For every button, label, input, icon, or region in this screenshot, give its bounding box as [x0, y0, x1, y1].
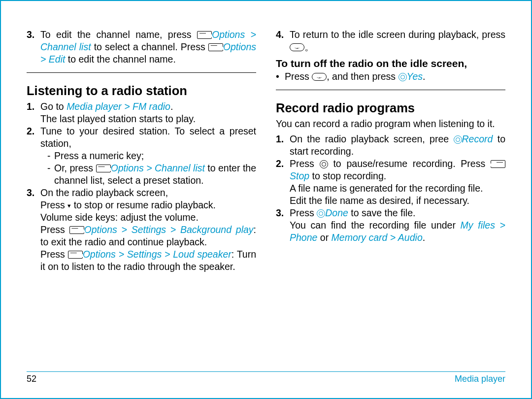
turnoff-bullet: • Press , and then press Yes.	[276, 70, 505, 83]
text: Press	[285, 71, 312, 82]
text: On the radio playback screen, pree	[290, 133, 454, 144]
text: .	[423, 232, 425, 243]
path-bg-play: Options > Settings > Background play	[84, 224, 254, 235]
heading-record: Record radio programs	[276, 100, 505, 116]
sub-numeric-key: Press a numeric key;	[54, 150, 256, 162]
page-columns: 3. To edit the channel name, press Optio…	[27, 29, 505, 273]
text: to edit the channel name.	[65, 54, 175, 65]
text: or	[317, 232, 331, 243]
listen-step-3: 3. On the radio playback screen, Press ▾…	[27, 187, 256, 273]
text: 。	[304, 41, 314, 52]
softkey-icon	[69, 226, 84, 234]
ring-key-icon	[320, 160, 328, 168]
text: to select a channel. Press	[91, 41, 208, 52]
softkey-right-icon	[491, 160, 505, 168]
path-memory-audio: Memory card > Audio	[332, 232, 423, 243]
heading-turnoff: To turn off the radio on the idle screen…	[276, 57, 505, 70]
text: to pause/resume recording. Press	[328, 158, 491, 169]
divider	[276, 90, 505, 90]
ring-key-icon	[317, 209, 325, 218]
text: Press	[40, 200, 67, 210]
text: A file name is generated for the recordi…	[290, 183, 483, 194]
text: Press	[290, 207, 317, 218]
page-number: 52	[27, 374, 36, 384]
record-step-1: 1. On the radio playback screen, pree Re…	[276, 133, 505, 158]
label-done: Done	[325, 207, 348, 218]
softkey-icon	[197, 31, 212, 39]
hangup-key-icon	[290, 43, 304, 51]
text: Edit the file name as desired, if necess…	[290, 195, 469, 206]
text: to save the file.	[348, 207, 416, 218]
path-media-fm: Media player > FM radio	[66, 101, 170, 112]
label-record: Record	[462, 133, 493, 144]
text: .	[423, 71, 425, 82]
text: On the radio playback screen,	[40, 187, 168, 198]
path-options-channel: Options > Channel list	[111, 163, 205, 173]
text: Or, press	[54, 163, 96, 173]
heading-listening: Listening to a radio station	[27, 83, 256, 99]
text: to stop or resume radio playback.	[71, 200, 216, 210]
ring-key-icon	[454, 135, 462, 144]
text: to stop recording.	[309, 170, 386, 181]
text: Tune to your desired station. To select …	[40, 125, 256, 150]
listen-step-2: 2. Tune to your desired station. To sele…	[27, 125, 256, 187]
text: Go to	[40, 101, 66, 112]
left-column: 3. To edit the channel name, press Optio…	[27, 29, 256, 273]
record-step-2: 2. Press to pause/resume recording. Pres…	[276, 158, 505, 207]
label-yes: Yes	[407, 71, 423, 82]
softkey-icon	[208, 43, 223, 51]
record-intro: You can record a radio program when list…	[276, 118, 505, 130]
step-3-edit-channel: 3. To edit the channel name, press Optio…	[27, 29, 256, 66]
text: Volume side keys: adjust the volume.	[40, 212, 199, 223]
right-column: 4. To return to the idle screen during p…	[276, 29, 505, 273]
softkey-icon	[68, 251, 83, 259]
text: To edit the channel name, press	[40, 29, 197, 40]
text: Press	[40, 224, 69, 235]
path-loud-speaker: Options > Settings > Loud speaker	[83, 249, 232, 260]
text: You can find the recording file under	[290, 220, 461, 231]
record-step-3: 3. Press Done to save the file. You can …	[276, 207, 505, 244]
section-name: Media player	[455, 374, 505, 384]
text: .	[170, 101, 173, 112]
label-stop: Stop	[290, 170, 309, 181]
text: Press	[290, 158, 320, 169]
page-footer: 52 Media player	[27, 371, 505, 384]
divider	[27, 72, 256, 73]
step-4-return-idle: 4. To return to the idle screen during p…	[276, 29, 505, 53]
ring-key-icon	[399, 73, 407, 81]
hangup-key-icon	[312, 73, 327, 81]
text: Press	[40, 249, 68, 260]
listen-step-1: 1. Go to Media player > FM radio. The la…	[27, 100, 256, 125]
text: To return to the idle screen during play…	[290, 29, 505, 40]
text: The last played station starts to play.	[40, 113, 196, 124]
softkey-icon	[96, 165, 111, 172]
text: , and then press	[327, 71, 398, 82]
